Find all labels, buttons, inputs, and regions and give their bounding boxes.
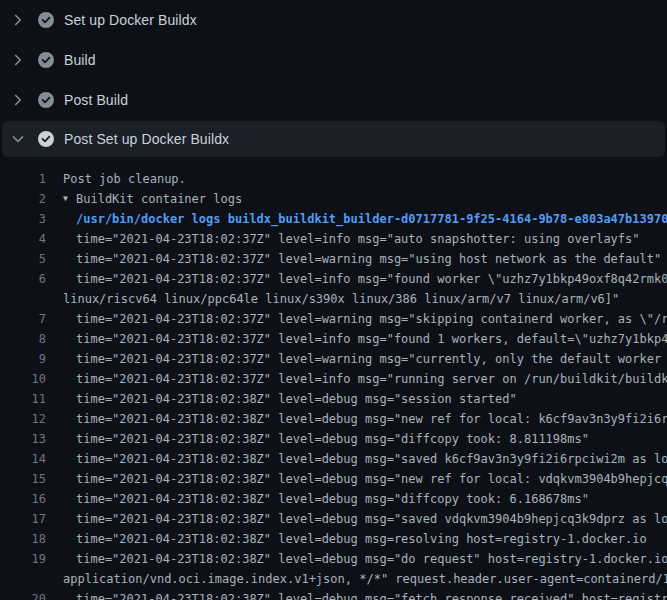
check-circle-icon: [38, 131, 54, 147]
step-row-post-build[interactable]: Post Build: [0, 80, 667, 120]
log-line-number[interactable]: 20: [0, 589, 46, 600]
log-line: 5 time="2021-04-23T18:02:37Z" level=warn…: [0, 249, 667, 269]
log-command-line: 3 /usr/bin/docker logs buildx_buildkit_b…: [0, 209, 667, 229]
log-line-number[interactable]: 2: [0, 189, 46, 209]
group-expand-triangle-icon[interactable]: ▼: [63, 189, 76, 209]
log-line-text: time="2021-04-23T18:02:38Z" level=debug …: [76, 389, 517, 409]
log-line-text: time="2021-04-23T18:02:38Z" level=debug …: [76, 509, 667, 529]
log-line-number[interactable]: 11: [0, 389, 46, 409]
log-line-number[interactable]: 8: [0, 329, 46, 349]
log-line-number[interactable]: 4: [0, 229, 46, 249]
log-line: 17 time="2021-04-23T18:02:38Z" level=deb…: [0, 509, 667, 529]
step-title: Post Set up Docker Buildx: [64, 131, 229, 147]
log-line-text: time="2021-04-23T18:02:38Z" level=debug …: [76, 549, 667, 569]
log-line-number[interactable]: 13: [0, 429, 46, 449]
log-line-text: time="2021-04-23T18:02:38Z" level=debug …: [76, 529, 647, 549]
log-line: 11 time="2021-04-23T18:02:38Z" level=deb…: [0, 389, 667, 409]
log-line-text: linux/riscv64 linux/ppc64le linux/s390x …: [63, 289, 619, 309]
log-line-number[interactable]: 7: [0, 309, 46, 329]
log-line-text: time="2021-04-23T18:02:38Z" level=debug …: [76, 489, 589, 509]
log-line-number[interactable]: 3: [0, 209, 46, 229]
log-line-text: time="2021-04-23T18:02:38Z" level=debug …: [76, 469, 667, 489]
log-line-text: time="2021-04-23T18:02:38Z" level=debug …: [76, 409, 667, 429]
log-group-label[interactable]: BuildKit container logs: [76, 189, 242, 209]
log-line-number[interactable]: 9: [0, 349, 46, 369]
log-line: 12 time="2021-04-23T18:02:38Z" level=deb…: [0, 409, 667, 429]
check-circle-icon: [38, 12, 54, 28]
step-title: Build: [64, 52, 96, 68]
log-line-text: time="2021-04-23T18:02:38Z" level=debug …: [76, 429, 589, 449]
step-row-set-up-docker-buildx[interactable]: Set up Docker Buildx: [0, 0, 667, 40]
log-line-number[interactable]: 6: [0, 269, 46, 289]
log-line: 6 time="2021-04-23T18:02:37Z" level=info…: [0, 269, 667, 289]
log-line-number[interactable]: 14: [0, 449, 46, 469]
log-line-number[interactable]: 18: [0, 529, 46, 549]
log-line: 9 time="2021-04-23T18:02:37Z" level=warn…: [0, 349, 667, 369]
chevron-right-icon: [10, 92, 26, 108]
log-line-continuation: application/vnd.oci.image.index.v1+json,…: [0, 569, 667, 589]
log-line-number[interactable]: 15: [0, 469, 46, 489]
log-line: 16 time="2021-04-23T18:02:38Z" level=deb…: [0, 489, 667, 509]
log-line-text: time="2021-04-23T18:02:37Z" level=info m…: [76, 329, 667, 349]
log-line-number[interactable]: 16: [0, 489, 46, 509]
log-line-text: time="2021-04-23T18:02:37Z" level=info m…: [76, 269, 667, 289]
log-line-text: time="2021-04-23T18:02:37Z" level=warnin…: [76, 309, 667, 329]
log-line-number[interactable]: 5: [0, 249, 46, 269]
log-line-text: time="2021-04-23T18:02:37Z" level=info m…: [76, 369, 667, 389]
check-circle-icon: [38, 52, 54, 68]
log-line-text: time="2021-04-23T18:02:38Z" level=debug …: [76, 589, 667, 600]
log-group-header[interactable]: 2 ▼ BuildKit container logs: [0, 189, 667, 209]
actions-log-panel: { "colors": { "bg": "#0d1117", "bar": "#…: [0, 0, 667, 600]
log-line: 18 time="2021-04-23T18:02:38Z" level=deb…: [0, 529, 667, 549]
log-line-text: time="2021-04-23T18:02:37Z" level=warnin…: [76, 249, 661, 269]
log-line-continuation: linux/riscv64 linux/ppc64le linux/s390x …: [0, 289, 667, 309]
log-line: 4 time="2021-04-23T18:02:37Z" level=info…: [0, 229, 667, 249]
step-row-post-set-up-docker-buildx[interactable]: Post Set up Docker Buildx: [2, 121, 665, 157]
log-line: 8 time="2021-04-23T18:02:37Z" level=info…: [0, 329, 667, 349]
log-line: 15 time="2021-04-23T18:02:38Z" level=deb…: [0, 469, 667, 489]
step-title: Post Build: [64, 92, 128, 108]
step-row-build[interactable]: Build: [0, 40, 667, 80]
log-line-number[interactable]: 17: [0, 509, 46, 529]
log-line: 7 time="2021-04-23T18:02:37Z" level=warn…: [0, 309, 667, 329]
log-line: 10 time="2021-04-23T18:02:37Z" level=inf…: [0, 369, 667, 389]
steps-list: Set up Docker Buildx Build Post Build Po…: [0, 0, 667, 157]
chevron-right-icon: [10, 52, 26, 68]
log-line: 13 time="2021-04-23T18:02:38Z" level=deb…: [0, 429, 667, 449]
log-line-text: time="2021-04-23T18:02:37Z" level=warnin…: [76, 349, 667, 369]
log-line-text: application/vnd.oci.image.index.v1+json,…: [63, 569, 667, 589]
log-line-number[interactable]: 19: [0, 549, 46, 569]
log-line-number: [0, 289, 46, 309]
log-line-text: Post job cleanup.: [63, 169, 186, 189]
log-line-number[interactable]: 12: [0, 409, 46, 429]
log-line-number[interactable]: 10: [0, 369, 46, 389]
chevron-down-icon: [10, 131, 26, 147]
log-line-number[interactable]: 1: [0, 169, 46, 189]
log-line: 19 time="2021-04-23T18:02:38Z" level=deb…: [0, 549, 667, 569]
log-line-text: time="2021-04-23T18:02:38Z" level=debug …: [76, 449, 667, 469]
log-line-number: [0, 569, 46, 589]
log-line: 14 time="2021-04-23T18:02:38Z" level=deb…: [0, 449, 667, 469]
log-line: 1 Post job cleanup.: [0, 169, 667, 189]
log-line: 20 time="2021-04-23T18:02:38Z" level=deb…: [0, 589, 667, 600]
log-command-text: /usr/bin/docker logs buildx_buildkit_bui…: [76, 209, 667, 229]
chevron-right-icon: [10, 12, 26, 28]
log-viewer: 1 Post job cleanup. 2 ▼ BuildKit contain…: [0, 157, 667, 600]
check-circle-icon: [38, 92, 54, 108]
log-line-text: time="2021-04-23T18:02:37Z" level=info m…: [76, 229, 640, 249]
step-title: Set up Docker Buildx: [64, 12, 197, 28]
